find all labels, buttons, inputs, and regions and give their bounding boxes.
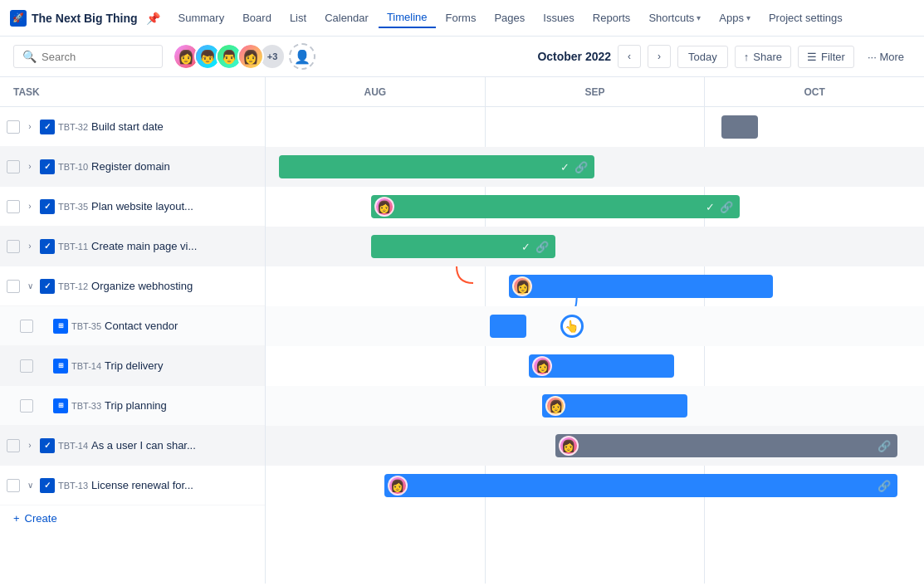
app-logo[interactable]: 🚀 The Next Big Thing 📌 [10,10,160,27]
logo-icon: 🚀 [10,10,27,27]
tab-apps[interactable]: Apps ▾ [711,8,759,27]
checkbox-tbt14[interactable] [7,439,20,452]
tab-timeline[interactable]: Timeline [379,7,436,28]
task-row-tbt32[interactable]: › ✓ TBT-32 Build start date [0,107,265,147]
task-row-trip-planning[interactable]: ⊞ TBT-33 Trip planning [0,386,265,426]
task-name-tbt35a: Plan website layout... [91,200,258,212]
gantt-bar-tbt35a[interactable]: 👩 ✓ 🔗 [371,195,740,218]
checkbox-tbt32[interactable] [7,120,20,134]
task-id-trip-delivery: TBT-14 [71,361,101,371]
task-name-tbt10: Register domain [91,160,258,173]
tab-pages[interactable]: Pages [486,8,533,27]
tab-list[interactable]: List [281,8,315,27]
create-icon: + [13,512,20,525]
share-button[interactable]: ↑ Share [735,46,791,68]
gantt-row-tbt35a: 👩 ✓ 🔗 [266,187,924,227]
checkbox-contact-vendor[interactable] [20,320,33,333]
task-id-trip-planning: TBT-33 [71,401,101,411]
tab-summary[interactable]: Summary [170,8,233,27]
avatar-bar-tbt12: 👩 [512,276,532,296]
gantt-row-tbt12: 👩 [266,266,924,306]
checkbox-tbt10[interactable] [7,160,20,173]
tab-shortcuts[interactable]: Shortcuts ▾ [640,8,709,27]
gantt-bar-tbt10[interactable]: ✓ 🔗 [279,155,595,178]
task-row-tbt35a[interactable]: › ✓ TBT-35 Plan website layout... [0,187,265,227]
gantt-bar-contact-vendor[interactable] [490,315,526,338]
today-button[interactable]: Today [677,46,728,68]
task-id-tbt32: TBT-32 [58,122,88,132]
checkbox-trip-planning[interactable] [20,399,33,413]
create-button[interactable]: + Create [0,505,71,531]
timeline-header: Task AUG SEP OCT [0,77,924,107]
task-icon-tbt13: ✓ [40,478,55,493]
task-column-header: Task [0,77,266,106]
tab-reports[interactable]: Reports [584,8,639,27]
task-row-tbt12[interactable]: ∨ ✓ TBT-12 Organize webhosting [0,266,265,306]
create-label: Create [25,512,57,525]
gantt-bar-trip-delivery[interactable]: 👩 [529,354,673,378]
task-list: › ✓ TBT-32 Build start date › ✓ TBT-10 R… [0,107,266,584]
tab-forms[interactable]: Forms [438,8,485,27]
link-icon-tbt11: 🔗 [535,241,549,253]
search-input[interactable] [42,51,141,63]
date-prev-button[interactable]: ‹ [618,45,641,68]
task-name-tbt32: Build start date [91,120,258,133]
task-icon-contact-vendor: ⊞ [53,319,68,334]
gantt-bar-tbt12[interactable]: 👩 [509,275,772,298]
link-icon-tbt14: 🔗 [878,440,891,452]
task-row-tbt14[interactable]: › ✓ TBT-14 As a user I can shar... [0,426,265,466]
link-icon-tbt13: 🔗 [878,480,891,492]
tab-calendar[interactable]: Calendar [316,8,377,27]
tab-project-settings[interactable]: Project settings [760,8,851,27]
gantt-row-tbt11: ✓ 🔗 [266,227,924,266]
milestone-contact-vendor[interactable]: 👆 [560,315,584,338]
checkbox-tbt11[interactable] [7,240,20,253]
task-icon-tbt32: ✓ [40,120,55,134]
expand-tbt13[interactable]: ∨ [23,479,37,492]
gantt-bar-tbt14[interactable]: 👩 🔗 [555,434,897,457]
gantt-area: ✓ 🔗 👩 ✓ 🔗 ✓ 🔗 [266,107,924,584]
task-icon-tbt10: ✓ [40,159,55,174]
checkbox-tbt12[interactable] [7,280,20,293]
checkbox-tbt35a[interactable] [7,200,20,213]
date-next-button[interactable]: › [648,45,671,68]
task-name-trip-planning: Trip planning [105,399,258,412]
tab-board[interactable]: Board [234,8,280,27]
checkbox-tbt13[interactable] [7,479,20,492]
more-icon: ··· [868,51,877,63]
gantt-bar-tbt11[interactable]: ✓ 🔗 [371,235,555,258]
expand-tbt32[interactable]: › [23,120,37,134]
expand-tbt35a[interactable]: › [23,200,37,213]
expand-tbt14[interactable]: › [23,439,37,452]
avatar-bar-trip-delivery: 👩 [532,356,552,376]
check-icon-tbt11: ✓ [521,241,530,253]
avatar-bar-tbt14: 👩 [559,436,579,456]
search-icon: 🔍 [22,50,37,63]
task-row-tbt11[interactable]: › ✓ TBT-11 Create main page vi... [0,227,265,266]
expand-tbt11[interactable]: › [23,240,37,253]
gantt-bar-trip-planning[interactable]: 👩 [542,394,687,418]
task-name-contact-vendor: Contact vendor [105,320,258,332]
pin-icon: 📌 [146,12,160,25]
add-people-button[interactable]: 👤 [289,43,315,70]
more-button[interactable]: ··· More [861,46,911,67]
task-row-trip-delivery[interactable]: ⊞ TBT-14 Trip delivery [0,346,265,386]
expand-tbt10[interactable]: › [23,160,37,173]
checkbox-trip-delivery[interactable] [20,359,33,373]
avatar-4[interactable]: 👩 [237,43,264,70]
task-id-tbt35a: TBT-35 [58,202,88,212]
task-row-contact-vendor[interactable]: ⊞ TBT-35 Contact vendor [0,306,265,346]
gantt-row-tbt14: 👩 🔗 [266,426,924,466]
task-row-tbt10[interactable]: › ✓ TBT-10 Register domain [0,147,265,187]
tab-issues[interactable]: Issues [535,8,583,27]
search-box[interactable]: 🔍 [13,45,163,68]
task-icon-trip-planning: ⊞ [53,398,68,413]
gantt-bar-tbt32[interactable] [721,115,758,139]
gantt-row-empty [266,505,924,545]
expand-tbt12[interactable]: ∨ [23,280,37,293]
gantt-bar-tbt13[interactable]: 👩 🔗 [384,474,898,497]
filter-button[interactable]: ☰ Filter [798,46,854,68]
task-row-tbt13[interactable]: ∨ ✓ TBT-13 License renewal for... [0,466,265,505]
check-icon-tbt10: ✓ [560,161,570,173]
link-icon-tbt35a: 🔗 [720,201,733,213]
